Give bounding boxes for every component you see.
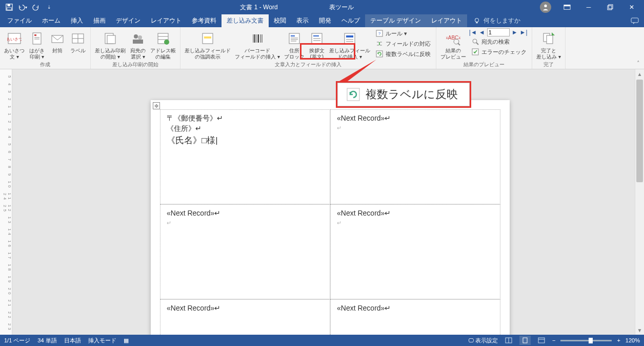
redo-icon[interactable] bbox=[30, 1, 42, 13]
select-recipients-button[interactable]: 宛先の 選択 ▾ bbox=[129, 28, 147, 60]
svg-point-24 bbox=[138, 35, 142, 40]
tab-design[interactable]: デザイン bbox=[111, 14, 146, 27]
record-navigation: |◄ ◄ ► ►| bbox=[469, 28, 529, 36]
tab-review[interactable]: 校閲 bbox=[269, 14, 291, 27]
group-preview-label: 結果のプレビュー bbox=[464, 60, 505, 70]
zoom-slider[interactable] bbox=[560, 340, 612, 341]
document-title: 文書 1 - Word bbox=[240, 3, 277, 12]
svg-rect-38 bbox=[289, 33, 299, 44]
svg-rect-66 bbox=[523, 338, 527, 343]
scroll-down-icon[interactable]: ▼ bbox=[635, 325, 644, 335]
tab-table-design[interactable]: テーブル デザイン bbox=[365, 14, 426, 27]
labels-button[interactable]: ラベル bbox=[69, 28, 87, 54]
tab-table-layout[interactable]: レイアウト bbox=[426, 14, 467, 27]
vertical-scrollbar[interactable]: ▲ ▼ bbox=[635, 69, 644, 335]
context-tab-title: 表ツール bbox=[329, 3, 354, 12]
label-cell-2[interactable]: «Next Record»↵ ↵ bbox=[330, 109, 500, 204]
undo-icon[interactable]: ▾ bbox=[16, 1, 29, 13]
label-cell-3[interactable]: «Next Record»↵ ↵ bbox=[160, 204, 330, 299]
label-cell-6[interactable]: «Next Record»↵ bbox=[330, 299, 500, 335]
status-insert-mode[interactable]: 挿入モード bbox=[88, 337, 116, 344]
svg-rect-47 bbox=[345, 33, 355, 44]
edit-recipient-list-button[interactable]: アドレス帳 の編集 bbox=[149, 28, 177, 60]
svg-rect-22 bbox=[107, 35, 115, 44]
label-cell-5[interactable]: «Next Record»↵ bbox=[160, 299, 330, 335]
maximize-icon[interactable] bbox=[600, 0, 620, 14]
tab-developer[interactable]: 開発 bbox=[314, 14, 336, 27]
svg-marker-63 bbox=[339, 60, 376, 81]
minimize-icon[interactable]: ─ bbox=[578, 0, 599, 14]
match-fields-button[interactable]: フィールドの対応 bbox=[373, 39, 433, 49]
svg-rect-1 bbox=[8, 4, 10, 6]
preview-results-button[interactable]: «ABC»結果の プレビュー bbox=[439, 28, 467, 60]
account-avatar[interactable] bbox=[535, 0, 556, 14]
last-record-icon[interactable]: ►| bbox=[520, 29, 528, 36]
zoom-level[interactable]: 120% bbox=[626, 337, 640, 343]
group-start-label: 差し込み印刷の開始 bbox=[112, 60, 158, 70]
record-number-input[interactable] bbox=[487, 28, 510, 36]
svg-rect-7 bbox=[609, 5, 613, 9]
greeting-text-button[interactable]: あいさつあいさつ 文 ▾ bbox=[3, 28, 26, 60]
label-cell-1[interactable]: 〒《郵便番号》↵ 《住所》↵ 《氏名》□様| bbox=[160, 109, 330, 204]
zoom-out-icon[interactable]: − bbox=[552, 337, 555, 343]
close-icon[interactable]: ✕ bbox=[621, 0, 642, 14]
svg-rect-14 bbox=[34, 34, 36, 36]
insert-merge-field-button[interactable]: 差し込みフィール ドの挿入 ▾ bbox=[328, 28, 371, 60]
greeting-line-button[interactable]: 挨拶文 (英文) bbox=[308, 28, 326, 60]
update-labels-button[interactable]: 複数ラベルに反映 bbox=[373, 49, 433, 59]
tab-file[interactable]: ファイル bbox=[2, 14, 37, 27]
tab-help[interactable]: ヘルプ bbox=[336, 14, 365, 27]
barcode-field-button[interactable]: バーコード フィールドの挿入 ▾ bbox=[234, 28, 281, 60]
status-word-count[interactable]: 34 単語 bbox=[37, 337, 56, 344]
envelopes-button[interactable]: 封筒 bbox=[48, 28, 67, 54]
tab-mailings[interactable]: 差し込み文書 bbox=[222, 14, 269, 27]
svg-rect-9 bbox=[476, 22, 478, 23]
tab-view[interactable]: 表示 bbox=[291, 14, 314, 27]
status-page[interactable]: 1/1 ページ bbox=[4, 337, 30, 344]
collapse-ribbon-icon[interactable]: ˄ bbox=[633, 58, 644, 69]
next-record-icon[interactable]: ► bbox=[512, 29, 518, 36]
svg-rect-48 bbox=[346, 35, 353, 37]
status-macro-icon[interactable]: ▦ bbox=[124, 337, 129, 344]
tab-insert[interactable]: 挿入 bbox=[66, 14, 88, 27]
save-icon[interactable] bbox=[3, 1, 15, 13]
comments-icon[interactable] bbox=[626, 14, 644, 27]
tab-references[interactable]: 参考資料 bbox=[187, 14, 222, 27]
find-recipient-button[interactable]: 宛先の検索 bbox=[469, 36, 529, 47]
status-language[interactable]: 日本語 bbox=[64, 337, 81, 344]
svg-point-57 bbox=[473, 39, 477, 43]
callout-update-labels: 複数ラベルに反映 bbox=[337, 83, 470, 106]
tell-me-search[interactable]: 何をしますか bbox=[467, 14, 527, 27]
print-layout-icon[interactable] bbox=[519, 336, 531, 345]
vertical-ruler[interactable]: 5 4 3 2 1 1 2 3 4 5 6 7 8 9 10 11 12 13 … bbox=[0, 69, 12, 335]
prev-record-icon[interactable]: ◄ bbox=[479, 29, 485, 36]
start-mail-merge-button[interactable]: 差し込み印刷 の開始 ▾ bbox=[94, 28, 127, 60]
postcard-print-button[interactable]: はがき 印刷 ▾ bbox=[28, 28, 46, 60]
svg-line-56 bbox=[458, 43, 460, 45]
svg-rect-67 bbox=[538, 338, 545, 343]
svg-point-23 bbox=[134, 34, 138, 39]
qat-customize-icon[interactable]: ⇣ bbox=[43, 1, 55, 13]
web-layout-icon[interactable] bbox=[536, 336, 547, 345]
tab-draw[interactable]: 描画 bbox=[88, 14, 111, 27]
table-move-handle-icon[interactable]: ✥ bbox=[153, 102, 160, 109]
tab-home[interactable]: ホーム bbox=[37, 14, 66, 27]
ribbon-display-icon[interactable] bbox=[557, 0, 577, 14]
read-mode-icon[interactable] bbox=[503, 336, 514, 345]
display-settings-button[interactable]: 🖵 表示設定 bbox=[468, 337, 498, 344]
highlight-merge-fields-button[interactable]: 差し込みフィールド の強調表示 bbox=[184, 28, 232, 60]
zoom-in-icon[interactable]: + bbox=[617, 337, 620, 343]
address-block-button[interactable]: 住所 ブロック bbox=[283, 28, 306, 60]
first-record-icon[interactable]: |◄ bbox=[469, 29, 477, 36]
tab-layout[interactable]: レイアウト bbox=[146, 14, 187, 27]
svg-rect-31 bbox=[204, 36, 211, 39]
scroll-up-icon[interactable]: ▲ bbox=[635, 69, 644, 79]
rules-button[interactable]: ?ルール ▾ bbox=[373, 28, 433, 39]
svg-point-3 bbox=[544, 5, 547, 7]
svg-point-29 bbox=[164, 40, 169, 45]
finish-merge-button[interactable]: 完了と 差し込み ▾ bbox=[535, 28, 562, 60]
scroll-thumb[interactable] bbox=[636, 80, 643, 182]
lightbulb-icon bbox=[473, 17, 480, 25]
label-cell-4[interactable]: «Next Record»↵ ↵ bbox=[330, 204, 500, 299]
check-errors-button[interactable]: エラーのチェック bbox=[469, 47, 529, 57]
